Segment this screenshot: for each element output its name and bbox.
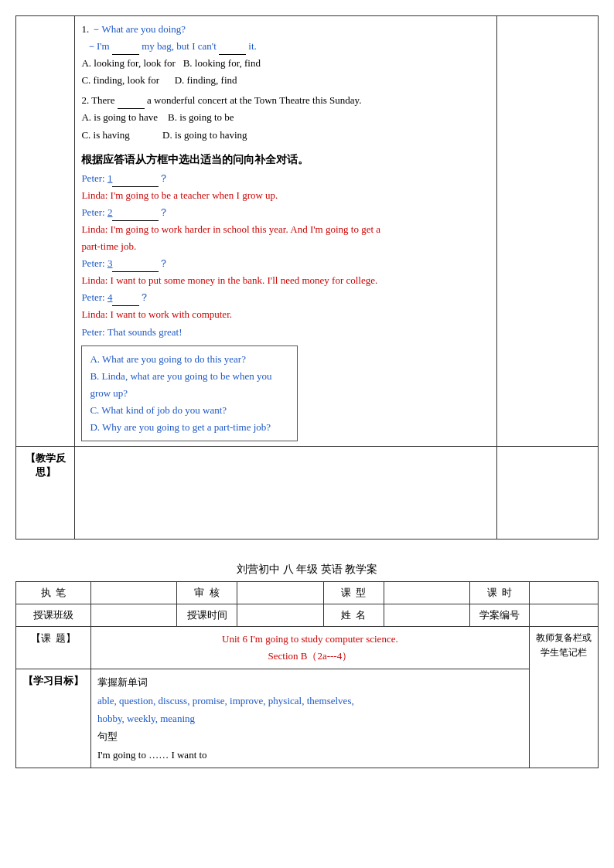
question-2: 2. There a wonderful concert at the Town… (81, 92, 490, 143)
keti-content: Unit 6 I'm going to study computer scien… (90, 627, 529, 669)
q1-number: 1. (81, 23, 91, 35)
dialog-instruction: 根据应答语从方框中选出适当的问向补全对话。 (81, 153, 490, 167)
zhubi-label: 执 笔 (16, 582, 91, 604)
q1-line2: －I'm my bag, but I can't it. (81, 38, 490, 55)
xuean-bianhao-label: 学案编号 (469, 604, 529, 627)
xuexi-label: 【学习目标】 (16, 669, 91, 768)
shouke-banji-label: 授课班级 (16, 604, 91, 627)
xingming-value (384, 604, 469, 627)
keti-label: 【课 题】 (16, 627, 91, 669)
kexing-label: 课 型 (323, 582, 384, 604)
shouke-shijian-label: 授课时间 (177, 604, 237, 627)
school-header: 刘营初中 八 年级 英语 教学案 (15, 563, 599, 577)
q1-optAB: A. looking for, look for B. looking for,… (81, 55, 490, 72)
shouke-shijian-value (237, 604, 323, 627)
options-box: A. What are you going to do this year? B… (81, 345, 298, 441)
q1-line1: －What are you doing? (91, 23, 186, 35)
top-exercises-table: 1. －What are you doing? －I'm my bag, but… (15, 15, 599, 540)
reflection-label: 【教学反思】 (16, 447, 75, 540)
zhubi-value (90, 582, 176, 604)
dialog-content: Peter: 1？ Linda: I'm going to be a teach… (81, 170, 490, 341)
xuexi-content: 掌握新单词 able, question, discuss, promise, … (90, 669, 529, 768)
xingming-label: 姓 名 (323, 604, 384, 627)
shenhe-label: 审 核 (177, 582, 237, 604)
xuean-bianhao-value (529, 604, 598, 627)
q2-text: 2. There a wonderful concert at the Town… (81, 92, 490, 109)
q2-optCD: C. is having D. is going to having (81, 127, 490, 144)
keshi-value (529, 582, 598, 604)
question-1: 1. －What are you doing? －I'm my bag, but… (81, 21, 490, 89)
shenhe-value (237, 582, 323, 604)
q2-optAB: A. is going to have B. is going to be (81, 109, 490, 126)
shouke-banji-value (90, 604, 176, 627)
q1-optCD: C. finding, look for D. finding, find (81, 72, 490, 89)
keshi-label: 课 时 (469, 582, 529, 604)
notes-label: 教师复备栏或学生笔记栏 (529, 627, 598, 768)
kexing-value (384, 582, 469, 604)
bottom-lesson-table: 执 笔 审 核 课 型 课 时 授课班级 授课时间 姓 名 学案编号 【课 题】… (15, 581, 599, 768)
dialog-section: 根据应答语从方框中选出适当的问向补全对话。 Peter: 1？ Linda: I… (81, 153, 490, 441)
